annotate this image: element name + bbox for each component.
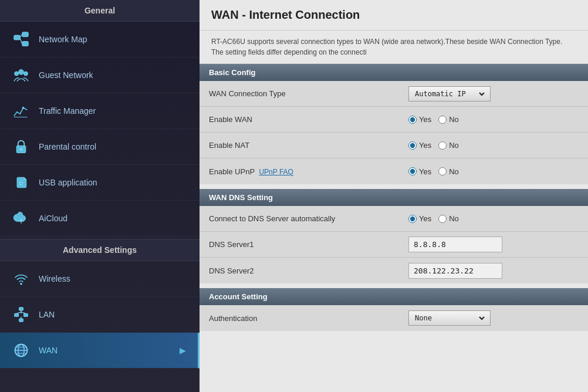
section-gap-2 <box>200 283 588 288</box>
sidebar-item-usb-application[interactable]: USB application <box>0 165 200 201</box>
wan-connection-type-dropdown[interactable]: Automatic IP PPPoE PPTP L2TP Static IP <box>413 89 486 99</box>
enable-upnp-row: Enable UPnP UPnP FAQ Yes No <box>200 158 588 184</box>
sidebar-item-aicloud[interactable]: AiCloud <box>0 201 200 236</box>
section-gap-1 <box>200 184 588 189</box>
enable-wan-row: Enable WAN Yes No <box>200 107 588 133</box>
sidebar-item-lan[interactable]: LAN <box>0 297 200 333</box>
connect-dns-row: Connect to DNS Server automatically Yes … <box>200 206 588 232</box>
authentication-row: Authentication None PAP CHAP MS-CHAP MS-… <box>200 305 588 331</box>
dns-server2-row: DNS Server2 <box>200 258 588 283</box>
enable-nat-control: Yes No <box>399 136 588 154</box>
account-setting-section: Account Setting Authentication None PAP … <box>200 288 588 331</box>
main-content: WAN - Internet Connection RT-AC66U suppo… <box>200 0 588 392</box>
connect-dns-control: Yes No <box>399 209 588 228</box>
dns-server2-label: DNS Server2 <box>200 261 399 281</box>
upnp-faq-link[interactable]: UPnP FAQ <box>259 168 293 176</box>
dns-server1-input[interactable] <box>408 236 502 252</box>
enable-upnp-control: Yes No <box>399 163 588 181</box>
guest-network-icon <box>12 66 31 85</box>
dns-server1-row: DNS Server1 <box>200 232 588 258</box>
sidebar-label-traffic-manager: Traffic Manager <box>39 106 96 116</box>
connect-dns-no-label: No <box>449 214 459 223</box>
authentication-select[interactable]: None PAP CHAP MS-CHAP MS-CHAPv2 <box>408 310 491 326</box>
svg-point-10 <box>20 148 22 150</box>
enable-nat-yes[interactable]: Yes <box>408 141 431 150</box>
connect-dns-label: Connect to DNS Server automatically <box>200 208 399 229</box>
sidebar: General Network Map Guest Network <box>0 0 200 392</box>
svg-rect-17 <box>23 313 28 316</box>
wireless-icon <box>12 269 31 288</box>
enable-nat-label: Enable NAT <box>200 135 399 156</box>
parental-control-icon <box>12 137 31 156</box>
enable-wan-no[interactable]: No <box>438 115 459 124</box>
svg-point-14 <box>20 283 22 285</box>
wan-dns-header: WAN DNS Setting <box>200 189 588 206</box>
svg-rect-0 <box>14 35 21 40</box>
svg-point-6 <box>15 72 19 76</box>
account-setting-header: Account Setting <box>200 288 588 305</box>
wan-dns-section: WAN DNS Setting Connect to DNS Server au… <box>200 189 588 283</box>
svg-rect-1 <box>22 32 29 37</box>
enable-upnp-label: Enable UPnP UPnP FAQ <box>200 161 399 182</box>
wan-connection-type-label: WAN Connection Type <box>200 83 399 104</box>
connect-dns-yes[interactable]: Yes <box>408 214 431 223</box>
account-setting-body: Authentication None PAP CHAP MS-CHAP MS-… <box>200 305 588 331</box>
dns-server1-control <box>399 232 588 257</box>
svg-rect-18 <box>19 319 23 322</box>
enable-nat-row: Enable NAT Yes No <box>200 133 588 158</box>
description-text: RT-AC66U supports several connection typ… <box>200 31 588 64</box>
svg-point-5 <box>19 69 24 75</box>
enable-wan-control: Yes No <box>399 110 588 129</box>
svg-rect-16 <box>15 313 19 316</box>
sidebar-label-parental-control: Parental control <box>39 142 96 151</box>
wan-dns-body: Connect to DNS Server automatically Yes … <box>200 206 588 283</box>
enable-upnp-yes-label: Yes <box>419 167 431 176</box>
sidebar-item-traffic-manager[interactable]: Traffic Manager <box>0 93 200 129</box>
svg-line-3 <box>20 34 22 37</box>
sidebar-item-network-map[interactable]: Network Map <box>0 22 200 58</box>
authentication-dropdown[interactable]: None PAP CHAP MS-CHAP MS-CHAPv2 <box>413 313 486 323</box>
sidebar-label-wireless: Wireless <box>39 274 70 283</box>
sidebar-item-parental-control[interactable]: Parental control <box>0 129 200 165</box>
svg-point-7 <box>23 72 28 76</box>
enable-wan-label: Enable WAN <box>200 109 399 130</box>
enable-upnp-text: Enable UPnP <box>209 167 255 176</box>
wan-icon <box>12 341 31 360</box>
sidebar-item-guest-network[interactable]: Guest Network <box>0 58 200 93</box>
sidebar-item-wireless[interactable]: Wireless <box>0 261 200 297</box>
basic-config-body: WAN Connection Type Automatic IP PPPoE P… <box>200 81 588 184</box>
enable-nat-yes-label: Yes <box>419 141 431 150</box>
dns-server2-input[interactable] <box>408 263 502 279</box>
general-header: General <box>0 0 200 22</box>
authentication-label: Authentication <box>200 308 399 329</box>
enable-nat-no-label: No <box>449 141 459 150</box>
sidebar-label-usb-application: USB application <box>39 178 97 187</box>
enable-upnp-no-label: No <box>449 167 459 176</box>
connect-dns-no[interactable]: No <box>438 214 459 223</box>
wan-connection-type-select[interactable]: Automatic IP PPPoE PPTP L2TP Static IP <box>408 86 491 102</box>
svg-line-21 <box>21 312 26 314</box>
svg-point-8 <box>22 107 25 109</box>
wan-connection-type-control: Automatic IP PPPoE PPTP L2TP Static IP <box>399 82 588 106</box>
usb-application-icon <box>12 173 31 192</box>
advanced-settings-header: Advanced Settings <box>0 239 200 261</box>
basic-config-header: Basic Config <box>200 64 588 81</box>
sidebar-label-network-map: Network Map <box>39 35 87 44</box>
svg-line-20 <box>16 312 21 314</box>
enable-wan-yes[interactable]: Yes <box>408 115 431 124</box>
sidebar-item-wan[interactable]: WAN <box>0 333 200 369</box>
enable-upnp-yes[interactable]: Yes <box>408 167 431 176</box>
authentication-control: None PAP CHAP MS-CHAP MS-CHAPv2 <box>399 306 588 330</box>
enable-wan-yes-label: Yes <box>419 115 431 124</box>
dns-server1-label: DNS Server1 <box>200 234 399 255</box>
aicloud-icon <box>12 209 31 228</box>
enable-upnp-no[interactable]: No <box>438 167 459 176</box>
wan-connection-type-row: WAN Connection Type Automatic IP PPPoE P… <box>200 81 588 107</box>
enable-nat-no[interactable]: No <box>438 141 459 150</box>
dns-server2-control <box>399 258 588 283</box>
sidebar-label-wan: WAN <box>39 346 58 355</box>
basic-config-section: Basic Config WAN Connection Type Automat… <box>200 64 588 184</box>
page-title: WAN - Internet Connection <box>200 0 588 31</box>
traffic-manager-icon <box>12 102 31 120</box>
svg-line-4 <box>20 38 22 44</box>
